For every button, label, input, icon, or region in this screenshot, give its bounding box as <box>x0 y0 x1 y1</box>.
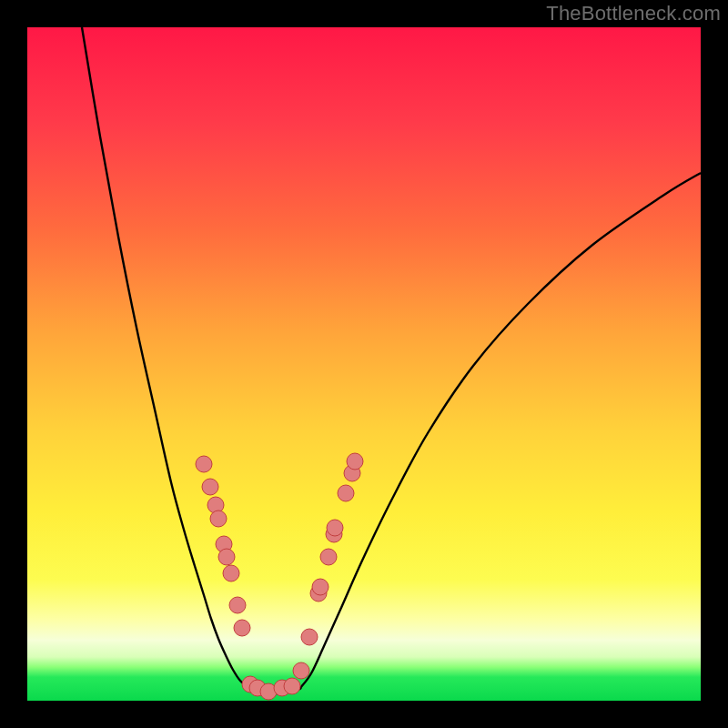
bottleneck-curve <box>82 27 701 693</box>
marker-dot <box>223 565 239 581</box>
marker-dot <box>320 549 337 565</box>
marker-dot <box>218 549 235 565</box>
marker-dot <box>210 511 227 527</box>
plot-area <box>27 27 701 701</box>
chart-stage: TheBottleneck.com <box>0 0 728 728</box>
marker-dot <box>229 597 246 613</box>
marker-dot <box>347 453 363 470</box>
chart-svg <box>27 27 701 701</box>
marker-dot <box>338 485 354 501</box>
marker-dot <box>312 579 329 595</box>
marker-dot <box>301 629 318 645</box>
marker-dot <box>202 479 218 495</box>
marker-dot <box>284 678 300 694</box>
watermark-text: TheBottleneck.com <box>546 2 721 25</box>
marker-dot <box>293 662 309 679</box>
marker-dot <box>327 520 343 536</box>
marker-group <box>196 453 363 700</box>
marker-dot <box>196 456 212 472</box>
marker-dot <box>234 620 250 636</box>
